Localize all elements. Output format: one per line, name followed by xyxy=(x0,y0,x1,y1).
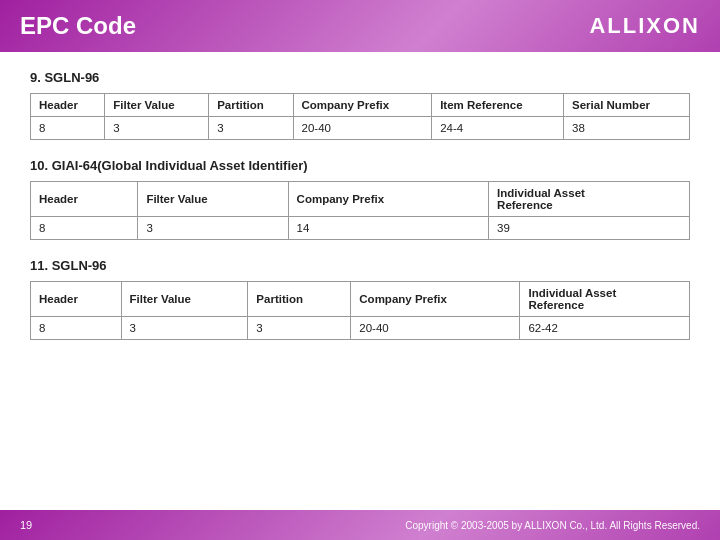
col-filter-value: Filter Value xyxy=(105,94,209,117)
col-partition: Partition xyxy=(248,282,351,317)
page-number: 19 xyxy=(20,519,32,531)
table-header-row: Header Filter Value Partition Company Pr… xyxy=(31,282,690,317)
cell-individual-asset-ref: 39 xyxy=(489,217,690,240)
table-section1: Header Filter Value Partition Company Pr… xyxy=(30,93,690,140)
section-giai64: 10. GIAI-64(Global Individual Asset Iden… xyxy=(30,158,690,240)
cell-partition: 3 xyxy=(209,117,293,140)
cell-filter: 3 xyxy=(121,317,248,340)
table-header-row: Header Filter Value Company Prefix Indiv… xyxy=(31,182,690,217)
table-section3: Header Filter Value Partition Company Pr… xyxy=(30,281,690,340)
col-company-prefix: Company Prefix xyxy=(288,182,488,217)
col-individual-asset-ref: Individual AssetReference xyxy=(520,282,690,317)
col-company-prefix: Company Prefix xyxy=(293,94,432,117)
logo-text: ALLIXON xyxy=(589,13,700,39)
main-content: 9. SGLN-96 Header Filter Value Partition… xyxy=(0,52,720,376)
copyright-text: Copyright © 2003-2005 by ALLIXON Co., Lt… xyxy=(405,520,700,531)
section-sgln96-second: 11. SGLN-96 Header Filter Value Partitio… xyxy=(30,258,690,340)
logo-area: ALLIXON xyxy=(589,13,700,39)
section3-title: 11. SGLN-96 xyxy=(30,258,690,273)
cell-header: 8 xyxy=(31,217,138,240)
col-filter-value: Filter Value xyxy=(121,282,248,317)
col-individual-asset-ref: Individual AssetReference xyxy=(489,182,690,217)
cell-header: 8 xyxy=(31,117,105,140)
col-item-reference: Item Reference xyxy=(432,94,564,117)
cell-header: 8 xyxy=(31,317,122,340)
table-row: 8 3 3 20-40 62-42 xyxy=(31,317,690,340)
cell-company-prefix: 14 xyxy=(288,217,488,240)
cell-serial-number: 38 xyxy=(564,117,690,140)
col-serial-number: Serial Number xyxy=(564,94,690,117)
table-section2: Header Filter Value Company Prefix Indiv… xyxy=(30,181,690,240)
cell-company-prefix: 20-40 xyxy=(351,317,520,340)
table-row: 8 3 3 20-40 24-4 38 xyxy=(31,117,690,140)
footer-bar: 19 Copyright © 2003-2005 by ALLIXON Co.,… xyxy=(0,510,720,540)
cell-filter: 3 xyxy=(138,217,288,240)
col-company-prefix: Company Prefix xyxy=(351,282,520,317)
cell-company-prefix: 20-40 xyxy=(293,117,432,140)
header-bar: EPC Code ALLIXON xyxy=(0,0,720,52)
cell-individual-asset-ref: 62-42 xyxy=(520,317,690,340)
col-header: Header xyxy=(31,182,138,217)
page-title: EPC Code xyxy=(20,12,136,40)
section1-title: 9. SGLN-96 xyxy=(30,70,690,85)
cell-item-reference: 24-4 xyxy=(432,117,564,140)
section2-title: 10. GIAI-64(Global Individual Asset Iden… xyxy=(30,158,690,173)
table-row: 8 3 14 39 xyxy=(31,217,690,240)
col-partition: Partition xyxy=(209,94,293,117)
table-header-row: Header Filter Value Partition Company Pr… xyxy=(31,94,690,117)
cell-partition: 3 xyxy=(248,317,351,340)
col-header: Header xyxy=(31,94,105,117)
col-filter-value: Filter Value xyxy=(138,182,288,217)
section-sgln96-first: 9. SGLN-96 Header Filter Value Partition… xyxy=(30,70,690,140)
col-header: Header xyxy=(31,282,122,317)
cell-filter: 3 xyxy=(105,117,209,140)
